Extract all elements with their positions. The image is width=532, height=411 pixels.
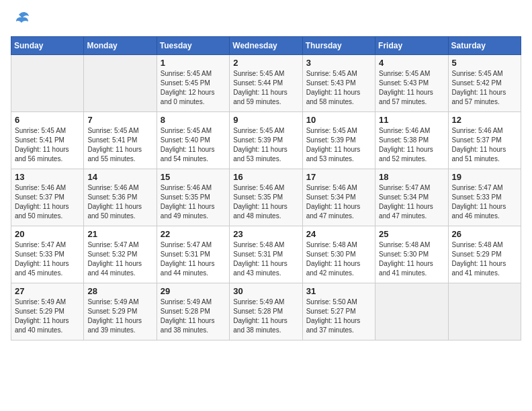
day-number: 9	[233, 115, 298, 125]
calendar-cell: 20Sunrise: 5:47 AMSunset: 5:33 PMDayligh…	[11, 226, 84, 283]
calendar-cell: 29Sunrise: 5:49 AMSunset: 5:28 PMDayligh…	[157, 283, 229, 340]
day-number: 28	[87, 286, 152, 296]
calendar-cell: 25Sunrise: 5:48 AMSunset: 5:30 PMDayligh…	[375, 226, 448, 283]
calendar-cell: 9Sunrise: 5:45 AMSunset: 5:39 PMDaylight…	[230, 112, 302, 169]
calendar-cell: 27Sunrise: 5:49 AMSunset: 5:29 PMDayligh…	[11, 283, 84, 340]
weekday-header-wednesday: Wednesday	[230, 37, 302, 55]
day-number: 27	[15, 286, 80, 296]
day-detail: Sunrise: 5:49 AMSunset: 5:29 PMDaylight:…	[15, 298, 80, 335]
day-detail: Sunrise: 5:49 AMSunset: 5:28 PMDaylight:…	[161, 298, 226, 335]
day-number: 21	[87, 229, 152, 239]
calendar-cell	[448, 283, 521, 340]
day-detail: Sunrise: 5:46 AMSunset: 5:35 PMDaylight:…	[233, 183, 298, 221]
day-detail: Sunrise: 5:46 AMSunset: 5:36 PMDaylight:…	[87, 183, 152, 221]
day-number: 1	[161, 58, 226, 68]
day-number: 22	[161, 229, 226, 239]
calendar-cell	[11, 55, 84, 112]
weekday-header-monday: Monday	[84, 37, 157, 55]
day-detail: Sunrise: 5:48 AMSunset: 5:30 PMDaylight:…	[379, 240, 444, 278]
weekday-header-tuesday: Tuesday	[157, 37, 229, 55]
calendar-cell: 13Sunrise: 5:46 AMSunset: 5:37 PMDayligh…	[11, 169, 84, 226]
day-number: 4	[379, 58, 444, 68]
weekday-header-saturday: Saturday	[448, 37, 521, 55]
weekday-header-sunday: Sunday	[11, 37, 84, 55]
day-detail: Sunrise: 5:45 AMSunset: 5:41 PMDaylight:…	[87, 126, 152, 164]
page-header	[11, 11, 521, 28]
day-number: 25	[379, 229, 444, 239]
calendar-cell: 31Sunrise: 5:50 AMSunset: 5:27 PMDayligh…	[302, 283, 375, 340]
day-detail: Sunrise: 5:49 AMSunset: 5:29 PMDaylight:…	[87, 298, 152, 335]
calendar-cell: 6Sunrise: 5:45 AMSunset: 5:41 PMDaylight…	[11, 112, 84, 169]
calendar-cell	[84, 55, 157, 112]
day-detail: Sunrise: 5:49 AMSunset: 5:28 PMDaylight:…	[233, 298, 298, 335]
calendar-cell: 7Sunrise: 5:45 AMSunset: 5:41 PMDaylight…	[84, 112, 157, 169]
day-number: 14	[87, 172, 152, 182]
calendar-cell: 23Sunrise: 5:48 AMSunset: 5:31 PMDayligh…	[230, 226, 302, 283]
day-detail: Sunrise: 5:47 AMSunset: 5:33 PMDaylight:…	[452, 183, 517, 221]
day-number: 30	[233, 286, 298, 296]
calendar-cell: 4Sunrise: 5:45 AMSunset: 5:43 PMDaylight…	[375, 55, 448, 112]
calendar-cell: 15Sunrise: 5:46 AMSunset: 5:35 PMDayligh…	[157, 169, 229, 226]
calendar-cell: 30Sunrise: 5:49 AMSunset: 5:28 PMDayligh…	[230, 283, 302, 340]
calendar-cell: 16Sunrise: 5:46 AMSunset: 5:35 PMDayligh…	[230, 169, 302, 226]
day-number: 12	[452, 115, 517, 125]
day-number: 3	[306, 58, 371, 68]
calendar-cell: 11Sunrise: 5:46 AMSunset: 5:38 PMDayligh…	[375, 112, 448, 169]
day-detail: Sunrise: 5:45 AMSunset: 5:43 PMDaylight:…	[306, 69, 371, 107]
calendar-cell: 22Sunrise: 5:47 AMSunset: 5:31 PMDayligh…	[157, 226, 229, 283]
calendar-cell: 17Sunrise: 5:46 AMSunset: 5:34 PMDayligh…	[302, 169, 375, 226]
day-detail: Sunrise: 5:45 AMSunset: 5:39 PMDaylight:…	[306, 126, 371, 164]
calendar-cell: 10Sunrise: 5:45 AMSunset: 5:39 PMDayligh…	[302, 112, 375, 169]
day-number: 13	[15, 172, 80, 182]
day-detail: Sunrise: 5:46 AMSunset: 5:34 PMDaylight:…	[306, 183, 371, 221]
calendar-cell: 3Sunrise: 5:45 AMSunset: 5:43 PMDaylight…	[302, 55, 375, 112]
day-detail: Sunrise: 5:46 AMSunset: 5:37 PMDaylight:…	[15, 183, 80, 221]
day-number: 20	[15, 229, 80, 239]
day-detail: Sunrise: 5:47 AMSunset: 5:34 PMDaylight:…	[379, 183, 444, 221]
day-detail: Sunrise: 5:47 AMSunset: 5:33 PMDaylight:…	[15, 240, 80, 278]
day-number: 17	[306, 172, 371, 182]
day-detail: Sunrise: 5:48 AMSunset: 5:30 PMDaylight:…	[306, 240, 371, 278]
calendar-cell: 19Sunrise: 5:47 AMSunset: 5:33 PMDayligh…	[448, 169, 521, 226]
calendar-cell	[375, 283, 448, 340]
day-detail: Sunrise: 5:45 AMSunset: 5:40 PMDaylight:…	[161, 126, 226, 164]
weekday-header-friday: Friday	[375, 37, 448, 55]
day-detail: Sunrise: 5:45 AMSunset: 5:42 PMDaylight:…	[452, 69, 517, 107]
calendar-cell: 26Sunrise: 5:48 AMSunset: 5:29 PMDayligh…	[448, 226, 521, 283]
day-detail: Sunrise: 5:45 AMSunset: 5:45 PMDaylight:…	[161, 69, 226, 107]
day-number: 8	[161, 115, 226, 125]
calendar-cell: 8Sunrise: 5:45 AMSunset: 5:40 PMDaylight…	[157, 112, 229, 169]
day-detail: Sunrise: 5:45 AMSunset: 5:41 PMDaylight:…	[15, 126, 80, 164]
calendar-cell: 14Sunrise: 5:46 AMSunset: 5:36 PMDayligh…	[84, 169, 157, 226]
day-number: 26	[452, 229, 517, 239]
day-number: 18	[379, 172, 444, 182]
day-number: 23	[233, 229, 298, 239]
calendar-cell: 12Sunrise: 5:46 AMSunset: 5:37 PMDayligh…	[448, 112, 521, 169]
day-number: 19	[452, 172, 517, 182]
day-number: 10	[306, 115, 371, 125]
day-number: 7	[87, 115, 152, 125]
calendar-table: SundayMondayTuesdayWednesdayThursdayFrid…	[11, 36, 521, 340]
day-number: 24	[306, 229, 371, 239]
day-detail: Sunrise: 5:46 AMSunset: 5:35 PMDaylight:…	[161, 183, 226, 221]
day-detail: Sunrise: 5:48 AMSunset: 5:31 PMDaylight:…	[233, 240, 298, 278]
day-number: 15	[161, 172, 226, 182]
day-number: 5	[452, 58, 517, 68]
day-detail: Sunrise: 5:45 AMSunset: 5:39 PMDaylight:…	[233, 126, 298, 164]
day-number: 11	[379, 115, 444, 125]
calendar-cell: 5Sunrise: 5:45 AMSunset: 5:42 PMDaylight…	[448, 55, 521, 112]
logo	[11, 11, 32, 28]
day-detail: Sunrise: 5:47 AMSunset: 5:31 PMDaylight:…	[161, 240, 226, 278]
calendar-cell: 21Sunrise: 5:47 AMSunset: 5:32 PMDayligh…	[84, 226, 157, 283]
day-number: 2	[233, 58, 298, 68]
logo-icon	[11, 11, 30, 28]
day-number: 6	[15, 115, 80, 125]
calendar-cell: 18Sunrise: 5:47 AMSunset: 5:34 PMDayligh…	[375, 169, 448, 226]
day-detail: Sunrise: 5:45 AMSunset: 5:44 PMDaylight:…	[233, 69, 298, 107]
calendar-cell: 28Sunrise: 5:49 AMSunset: 5:29 PMDayligh…	[84, 283, 157, 340]
day-number: 29	[161, 286, 226, 296]
day-detail: Sunrise: 5:45 AMSunset: 5:43 PMDaylight:…	[379, 69, 444, 107]
day-number: 16	[233, 172, 298, 182]
day-detail: Sunrise: 5:46 AMSunset: 5:37 PMDaylight:…	[452, 126, 517, 164]
day-detail: Sunrise: 5:46 AMSunset: 5:38 PMDaylight:…	[379, 126, 444, 164]
